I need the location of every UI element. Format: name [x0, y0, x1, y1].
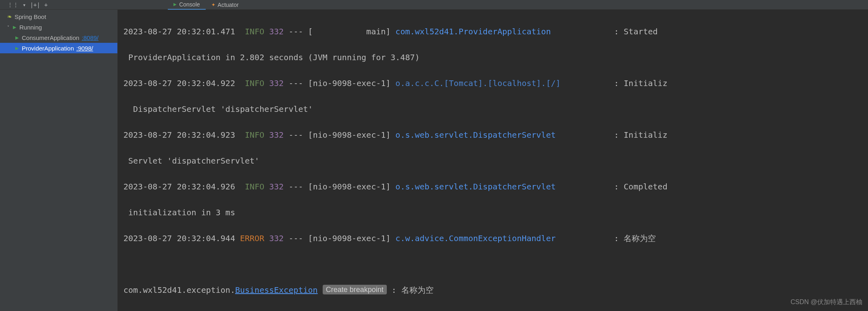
app-name: ConsumerApplication [22, 34, 79, 41]
log-line: 2023-08-27 20:32:04.926 INFO 332 --- [ni… [123, 180, 868, 193]
tab-label: Actuator [218, 2, 239, 8]
app-name: ProviderApplication [22, 45, 74, 52]
add-icon[interactable]: + [44, 2, 48, 8]
watermark: CSDN @伏加特遇上西柚 [791, 296, 862, 309]
chevron-down-icon: ˅ [7, 25, 11, 29]
log-line: DispatcherServlet 'dispatcherServlet' [123, 103, 868, 116]
create-breakpoint-button[interactable]: Create breakpoint [323, 285, 387, 294]
tree-group-running[interactable]: ˅ ▶ Running [0, 22, 117, 32]
console-output[interactable]: 2023-08-27 20:32:01.471 INFO 332 --- [ m… [118, 10, 868, 311]
tree-root-spring-boot[interactable]: ❧ Spring Boot [0, 11, 117, 22]
port-link[interactable]: :8089/ [82, 34, 99, 41]
play-icon: ▶ [15, 35, 19, 40]
log-line: initialization in 3 ms [123, 206, 868, 219]
exception-link[interactable]: BusinessException [235, 285, 318, 295]
actuator-icon: ✦ [211, 2, 215, 8]
play-icon: ▶ [173, 2, 177, 6]
log-line: 2023-08-27 20:32:04.922 INFO 332 --- [ni… [123, 77, 868, 90]
tree-app-provider[interactable]: ▶ ProviderApplication :9098/ [0, 43, 117, 53]
log-line: Servlet 'dispatcherServlet' [123, 154, 868, 167]
log-line: 2023-08-27 20:32:04.944 ERROR 332 --- [n… [123, 232, 868, 245]
stack-line: at com.wxl52d41.controller.CommentRestCo… [123, 309, 868, 311]
log-line [123, 258, 868, 271]
play-icon: ▶ [15, 46, 19, 51]
tab-label: Console [179, 1, 200, 8]
log-line: 2023-08-27 20:32:01.471 INFO 332 --- [ m… [123, 25, 868, 38]
log-line: ProviderApplication in 2.802 seconds (JV… [123, 51, 868, 64]
tree-label: Spring Boot [15, 13, 46, 20]
exception-line: com.wxl52d41.exception.BusinessException… [123, 284, 868, 296]
console-tabs: ▶ Console ✦ Actuator [168, 0, 244, 10]
tab-console[interactable]: ▶ Console [168, 0, 205, 10]
spring-leaf-icon: ❧ [7, 13, 12, 20]
play-icon: ▶ [13, 25, 16, 30]
tree-app-consumer[interactable]: ▶ ConsumerApplication :8089/ [0, 32, 117, 43]
run-dashboard-tree: ❧ Spring Boot ˅ ▶ Running ▶ ConsumerAppl… [0, 10, 118, 311]
tool-icon-1[interactable]: ⋮⋮ [7, 2, 19, 8]
tool-icon-2[interactable]: |+| [30, 2, 40, 8]
tree-label: Running [19, 24, 42, 31]
tab-actuator[interactable]: ✦ Actuator [206, 0, 244, 10]
filter-icon[interactable]: ▾ [23, 2, 26, 8]
port-link[interactable]: :9098/ [76, 45, 93, 52]
toolbar: ⋮⋮ ▾ |+| + ▶ Console ✦ Actuator [0, 0, 868, 10]
log-line: 2023-08-27 20:32:04.923 INFO 332 --- [ni… [123, 128, 868, 141]
